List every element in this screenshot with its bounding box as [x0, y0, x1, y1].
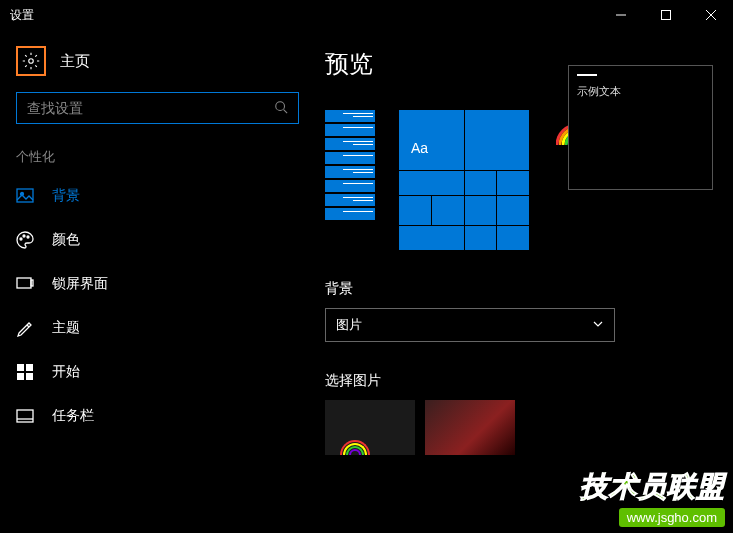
background-type-dropdown[interactable]: 图片	[325, 308, 615, 342]
start-menu-preview: Aa	[399, 110, 529, 250]
svg-line-6	[284, 109, 288, 113]
search-icon	[274, 100, 288, 117]
sidebar-item-taskbar[interactable]: 任务栏	[0, 394, 315, 438]
search-input[interactable]	[27, 100, 274, 116]
sidebar-item-lockscreen[interactable]: 锁屏界面	[0, 262, 315, 306]
gear-icon-highlighted	[16, 46, 46, 76]
picture-thumbnails	[325, 400, 733, 455]
sidebar: 主页 个性化 背景 颜色	[0, 30, 315, 533]
home-label: 主页	[60, 52, 90, 71]
sample-text: 示例文本	[577, 84, 704, 99]
sidebar-item-label: 锁屏界面	[52, 275, 108, 293]
taskbar-preview	[325, 110, 375, 222]
palette-icon	[16, 231, 34, 249]
close-button[interactable]	[688, 0, 733, 30]
svg-rect-13	[31, 280, 33, 286]
svg-rect-7	[17, 189, 33, 202]
svg-point-9	[20, 238, 22, 240]
search-box[interactable]	[16, 92, 299, 124]
sidebar-item-label: 开始	[52, 363, 80, 381]
sidebar-item-label: 背景	[52, 187, 80, 205]
sidebar-item-label: 主题	[52, 319, 80, 337]
sidebar-item-themes[interactable]: 主题	[0, 306, 315, 350]
start-icon	[16, 363, 34, 381]
svg-point-5	[276, 101, 285, 110]
svg-point-11	[27, 236, 29, 238]
sidebar-item-background[interactable]: 背景	[0, 174, 315, 218]
svg-rect-18	[17, 410, 33, 422]
image-icon	[16, 187, 34, 205]
content-pane: 预览 Aa 示例文本	[315, 30, 733, 533]
svg-rect-16	[17, 373, 24, 380]
taskbar-icon	[16, 407, 34, 425]
svg-rect-15	[26, 364, 33, 371]
svg-point-10	[23, 235, 25, 237]
theme-icon	[16, 319, 34, 337]
chevron-down-icon	[592, 318, 604, 333]
choose-picture-label: 选择图片	[325, 372, 733, 390]
svg-rect-12	[17, 278, 31, 288]
preview-area: Aa 示例文本	[325, 110, 733, 250]
home-button[interactable]: 主页	[0, 40, 315, 82]
picture-thumb[interactable]	[325, 400, 415, 455]
svg-rect-17	[26, 373, 33, 380]
svg-rect-14	[17, 364, 24, 371]
desktop-window-preview: 示例文本	[568, 65, 713, 190]
picture-thumb[interactable]	[425, 400, 515, 455]
background-section-label: 背景	[325, 280, 733, 298]
window-controls	[598, 0, 733, 30]
font-sample: Aa	[411, 140, 428, 156]
dropdown-value: 图片	[336, 316, 362, 334]
sidebar-item-label: 任务栏	[52, 407, 94, 425]
sidebar-item-start[interactable]: 开始	[0, 350, 315, 394]
sidebar-item-colors[interactable]: 颜色	[0, 218, 315, 262]
svg-point-4	[29, 59, 34, 64]
maximize-button[interactable]	[643, 0, 688, 30]
lock-screen-icon	[16, 275, 34, 293]
svg-rect-1	[661, 11, 670, 20]
titlebar: 设置	[0, 0, 733, 30]
sidebar-item-label: 颜色	[52, 231, 80, 249]
category-label: 个性化	[0, 134, 315, 174]
window-title: 设置	[10, 7, 34, 24]
minimize-button[interactable]	[598, 0, 643, 30]
